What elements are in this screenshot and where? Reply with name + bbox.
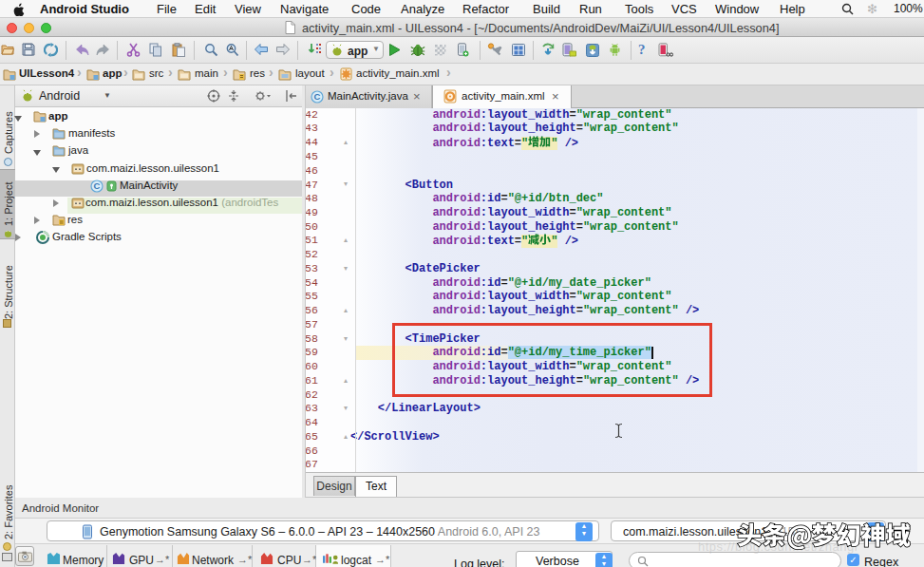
svg-text:C: C [314, 91, 321, 102]
svg-text:C: C [94, 180, 101, 191]
